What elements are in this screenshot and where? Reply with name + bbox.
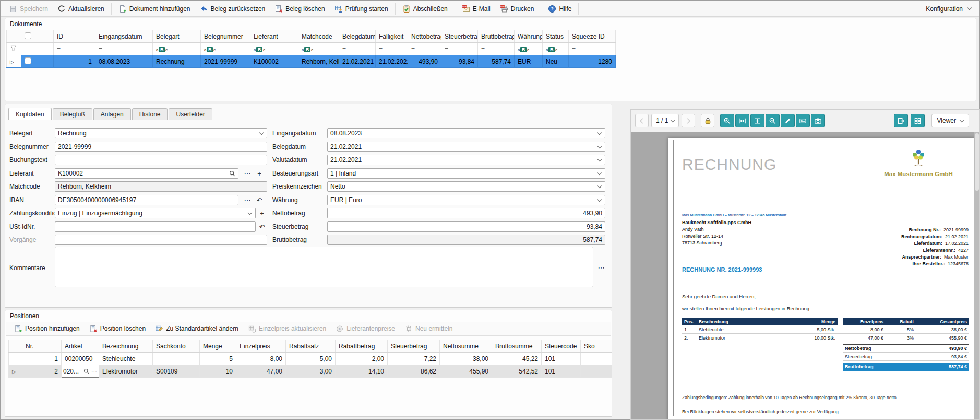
zoom-out-button[interactable] xyxy=(766,114,780,127)
tab-historie[interactable]: Historie xyxy=(132,108,168,120)
zahlungskondition-combo[interactable]: Einzug | Einzugsermächtigung xyxy=(55,208,256,218)
tab-userfelder[interactable]: Userfelder xyxy=(169,108,212,120)
lieferant-input[interactable]: K100002 xyxy=(55,168,238,179)
start-check-button[interactable]: Prüfung starten xyxy=(330,2,393,16)
supplier-prices-button[interactable]: € Lieferantenpreise xyxy=(331,323,399,335)
filter-cell-abc[interactable]: aBc xyxy=(515,43,543,55)
col-header-steuerbetrag[interactable]: Steuerbetrag xyxy=(441,30,478,43)
filter-cell-eq[interactable]: = xyxy=(54,43,95,55)
col-header-squeeze-id[interactable]: Squeeze ID xyxy=(569,30,616,43)
viewer-scrollbar-thumb[interactable] xyxy=(975,133,979,191)
valutadatum-picker[interactable]: 21.02.2021 xyxy=(327,155,605,165)
pos-col-steuercode[interactable]: Steuercode xyxy=(542,340,581,353)
layout-grid-button[interactable] xyxy=(911,114,925,127)
refresh-button[interactable]: Aktualisieren xyxy=(53,2,109,16)
header-checkbox[interactable] xyxy=(25,32,31,39)
pos-col-bruttosumme[interactable]: Bruttosumme xyxy=(492,340,542,353)
col-header-belegart[interactable]: Belegart xyxy=(153,30,201,43)
viewer-document-area[interactable]: RECHNUNG Max Mustermann GmbH Max Musterm… xyxy=(631,132,974,419)
buchungstext-input[interactable] xyxy=(55,155,267,165)
row-checkbox-cell[interactable] xyxy=(21,55,54,68)
artikel-editor[interactable]: 020... ⋯ xyxy=(62,365,99,378)
eingangsdatum-picker[interactable]: 08.08.2023 xyxy=(327,128,605,138)
pos-col-nr[interactable]: Nr. xyxy=(22,340,62,353)
col-header-eingangsdatum[interactable]: Eingangsdatum xyxy=(95,30,153,43)
open-external-button[interactable] xyxy=(894,114,908,127)
col-header-matchcode[interactable]: Matchcode xyxy=(298,30,339,43)
page-indicator[interactable]: 1 / 1 xyxy=(651,114,679,127)
besteuerungsart-combo[interactable]: 1 | Inland xyxy=(327,168,605,179)
iban-undo-button[interactable]: ↶ xyxy=(255,195,264,205)
pos-col-sachkonto[interactable]: Sachkonto xyxy=(153,340,200,353)
preiskennzeichen-combo[interactable]: Netto xyxy=(327,181,605,192)
zahlungskondition-add-button[interactable]: + xyxy=(257,208,267,218)
filter-cell-eq[interactable]: = xyxy=(408,43,441,55)
pos-col-steuerbetrag[interactable]: Steuerbetrag xyxy=(388,340,440,353)
filter-cell-abc[interactable]: aBc xyxy=(298,43,339,55)
pos-col-bezeichnung[interactable]: Bezeichnung xyxy=(99,340,153,353)
position-row-selected[interactable]: ▷ 2 020... ⋯ Elektromotor S00109 10 47,0… xyxy=(9,365,612,378)
fit-width-button[interactable] xyxy=(735,114,749,127)
fit-height-button[interactable] xyxy=(750,114,764,127)
search-icon[interactable] xyxy=(83,368,89,374)
col-header-waehrung[interactable]: Währung xyxy=(515,30,543,43)
iban-more-button[interactable]: ⋯ xyxy=(243,195,252,205)
belegnummer-input[interactable]: 2021-99999 xyxy=(55,142,267,152)
ocr-button[interactable] xyxy=(796,114,810,127)
viewer-scrollbar[interactable] xyxy=(974,132,979,419)
kommentare-textarea[interactable] xyxy=(55,247,593,287)
belegdatum-picker[interactable]: 21.02.2021 xyxy=(327,142,605,152)
help-button[interactable]: ? Hilfe xyxy=(543,2,576,16)
lock-button[interactable] xyxy=(701,114,714,127)
snapshot-button[interactable] xyxy=(811,114,825,127)
prev-page-button[interactable] xyxy=(635,114,649,127)
filter-cell-eq[interactable]: = xyxy=(441,43,478,55)
col-header-belegdatum[interactable]: Belegdatum xyxy=(339,30,376,43)
recalculate-button[interactable]: Neu ermitteln xyxy=(400,323,457,335)
col-header-bruttobetrag[interactable]: Bruttobetrag xyxy=(478,30,515,43)
filter-cell-eq[interactable]: = xyxy=(95,43,153,55)
vorgaenge-input[interactable] xyxy=(55,235,267,245)
col-header-belegnummer[interactable]: Belegnummer xyxy=(201,30,250,43)
position-row[interactable]: 1 00200050 Stehleuchte 5 8,00 5,00 2,00 … xyxy=(9,353,612,365)
bruttobetrag-input[interactable]: 587,74 xyxy=(327,235,605,245)
matchcode-input[interactable]: Rehborn, Kelkheim xyxy=(55,181,267,192)
filter-cell-eq[interactable]: = xyxy=(376,43,408,55)
lieferant-more-button[interactable]: ⋯ xyxy=(243,168,252,179)
steuerbetrag-input[interactable]: 93,84 xyxy=(327,221,605,232)
iban-input[interactable]: DE30500400000006945197 xyxy=(55,195,238,205)
configuration-menu[interactable]: Konfiguration xyxy=(921,2,976,16)
standard-article-button[interactable]: Zu Standardartikel ändern xyxy=(151,323,243,335)
col-header-id[interactable]: ID xyxy=(54,30,95,43)
belegart-combo[interactable]: Rechnung xyxy=(55,128,267,138)
row-checkbox[interactable] xyxy=(25,57,31,64)
tab-belegfuss[interactable]: Belegfuß xyxy=(53,108,92,120)
update-price-button[interactable]: Einzelpreis aktualisieren xyxy=(244,323,330,335)
print-button[interactable]: PDF Drucken xyxy=(495,2,539,16)
col-header-status[interactable]: Status xyxy=(543,30,569,43)
lieferant-add-button[interactable]: + xyxy=(255,168,264,179)
email-button[interactable]: PDF E-Mail xyxy=(457,2,495,16)
finish-button[interactable]: Abschließen xyxy=(398,2,452,16)
ustidnr-undo-button[interactable]: ↶ xyxy=(257,221,267,232)
waehrung-combo[interactable]: EUR | Euro xyxy=(327,195,605,205)
reset-document-button[interactable]: Beleg zurücksetzen xyxy=(195,2,270,16)
artikel-more-button[interactable]: ⋯ xyxy=(91,368,97,375)
tab-anlagen[interactable]: Anlagen xyxy=(93,108,131,120)
ustidnr-input[interactable] xyxy=(55,221,256,232)
pos-col-menge[interactable]: Menge xyxy=(200,340,236,353)
save-button[interactable]: Speichern xyxy=(4,2,53,16)
filter-cell-eq[interactable]: = xyxy=(339,43,376,55)
nettobetrag-input[interactable]: 493,90 xyxy=(327,208,605,218)
annotate-button[interactable] xyxy=(781,114,795,127)
pos-col-einzelpreis[interactable]: Einzelpreis xyxy=(236,340,286,353)
filter-cell-abc[interactable]: aBc xyxy=(201,43,250,55)
filter-cell-abc[interactable]: aBc xyxy=(543,43,569,55)
zoom-in-button[interactable] xyxy=(720,114,734,127)
filter-cell[interactable] xyxy=(21,43,54,55)
col-header-lieferant[interactable]: Lieferant xyxy=(250,30,298,43)
filter-cell-abc[interactable]: aBc xyxy=(153,43,201,55)
next-page-button[interactable] xyxy=(682,114,695,127)
col-header-faelligkeit[interactable]: Fälligkeit xyxy=(376,30,408,43)
pos-col-artikel[interactable]: Artikel xyxy=(62,340,99,353)
